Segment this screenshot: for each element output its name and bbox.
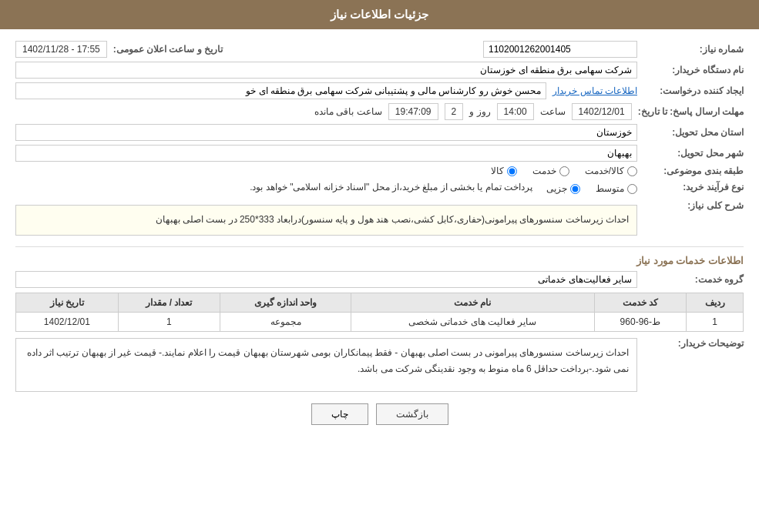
province-input[interactable] [15,124,637,141]
cell-code: ط-96-960 [594,312,686,331]
city-label: شهر محل تحویل: [643,148,744,159]
category-option-kala[interactable]: کالا [491,166,517,176]
table-header-row: ردیف کد خدمت نام خدمت واحد اندازه گیری ت… [16,293,744,312]
purchase-org-input[interactable] [15,62,637,79]
cell-name: سایر فعالیت های خدماتی شخصی [351,312,595,331]
page-header: جزئیات اطلاعات نیاز [0,0,759,29]
process-note: پرداخت تمام یا بخشی از مبلغ خرید،از محل … [250,182,532,192]
col-header-unit: واحد اندازه گیری [220,293,351,312]
request-number-row: شماره نیاز: تاریخ و ساعت اعلان عمومی: 14… [15,41,744,58]
category-radio-group: کالا/خدمت خدمت کالا [491,166,637,176]
service-group-input[interactable] [15,271,637,288]
buyer-notes-label: توضیحات خریدار: [643,338,744,349]
deadline-time: 14:00 [497,103,534,120]
col-header-row-num: ردیف [687,293,744,312]
purchase-org-row: نام دستگاه خریدار: [15,62,744,79]
purchase-org-label: نام دستگاه خریدار: [643,65,744,75]
service-table-container: ردیف کد خدمت نام خدمت واحد اندازه گیری ت… [15,293,744,332]
city-input[interactable] [15,145,637,162]
category-label-kala-khedmat: کالا/خدمت [585,166,624,176]
category-radio-kala-khedmat[interactable] [627,166,637,176]
request-number-label: شماره نیاز: [643,44,744,55]
deadline-date: 1402/12/01 [572,103,632,120]
buyer-notes-row: توضیحات خریدار: احداث زیرساخت سنسورهای پ… [15,338,744,392]
creator-input[interactable] [15,82,546,99]
cell-date: 1402/12/01 [16,312,119,331]
province-label: استان محل تحویل: [643,127,744,138]
service-group-row: گروه خدمت: [15,271,744,288]
creator-label: ایجاد کننده درخواست: [643,85,744,96]
cell-qty: 1 [118,312,220,331]
description-value: احداث زیرساخت سنسورهای پیرامونی(حفاری،کا… [15,205,637,236]
deadline-label: مهلت ارسال پاسخ: تا تاریخ: [638,106,744,117]
category-label-kala: کالا [491,166,504,176]
service-info-title: اطلاعات خدمات مورد نیاز [15,255,744,266]
process-radio-jozii[interactable] [570,184,580,194]
print-button[interactable]: چاپ [311,403,368,425]
description-row: شرح کلی نیاز: احداث زیرساخت سنسورهای پیر… [15,200,744,240]
process-label: نوع فرآیند خرید: [643,182,744,192]
action-buttons: بازگشت چاپ [15,403,744,425]
city-row: شهر محل تحویل: [15,145,744,162]
category-option-kala-khedmat[interactable]: کالا/خدمت [585,166,637,176]
creator-link[interactable]: اطلاعات تماس خریدار [552,85,637,96]
process-label-jozii: جزیی [546,183,567,194]
province-row: استان محل تحویل: [15,124,744,141]
category-radio-khedmat[interactable] [559,166,569,176]
table-row: 1 ط-96-960 سایر فعالیت های خدماتی شخصی م… [16,312,744,331]
deadline-time-label: ساعت [540,106,566,117]
service-table: ردیف کد خدمت نام خدمت واحد اندازه گیری ت… [15,293,744,332]
category-option-khedmat[interactable]: خدمت [532,166,569,176]
category-row: طبقه بندی موضوعی: کالا/خدمت خدمت کالا [15,166,744,176]
category-label-khedmat: خدمت [532,166,556,176]
deadline-days: 2 [445,103,464,120]
request-number-input[interactable] [483,41,637,58]
process-radio-motavasset[interactable] [627,184,637,194]
col-header-name: نام خدمت [351,293,595,312]
cell-row-num: 1 [687,312,744,331]
creator-row: ایجاد کننده درخواست: اطلاعات تماس خریدار [15,82,744,99]
col-header-date: تاریخ نیاز [16,293,119,312]
deadline-remaining: 19:47:09 [388,103,438,120]
cell-unit: مجموعه [220,312,351,331]
service-group-label: گروه خدمت: [643,274,744,285]
deadline-row: مهلت ارسال پاسخ: تا تاریخ: 1402/12/01 سا… [15,103,744,120]
col-header-code: کد خدمت [594,293,686,312]
process-option-jozii[interactable]: جزیی [546,183,580,194]
category-radio-kala[interactable] [507,166,517,176]
divider-1 [15,246,744,247]
process-option-motavasset[interactable]: متوسط [596,183,637,194]
process-options-group: متوسط جزیی [546,183,637,194]
process-row: نوع فرآیند خرید: متوسط جزیی پرداخت تمام … [15,180,744,194]
back-button[interactable]: بازگشت [376,403,448,425]
category-label: طبقه بندی موضوعی: [643,166,744,176]
process-label-motavasset: متوسط [596,183,624,194]
page-title: جزئیات اطلاعات نیاز [331,8,428,21]
deadline-remaining-label: ساعت باقی مانده [314,106,382,117]
col-header-qty: تعداد / مقدار [118,293,220,312]
description-label: شرح کلی نیاز: [643,200,744,211]
announce-label: تاریخ و ساعت اعلان عمومی: [113,44,223,55]
announce-value: 1402/11/28 - 17:55 [15,41,107,58]
deadline-days-label: روز و [469,106,490,117]
buyer-notes-value: احداث زیرساخت سنسورهای پیرامونی در بست ا… [15,338,637,392]
